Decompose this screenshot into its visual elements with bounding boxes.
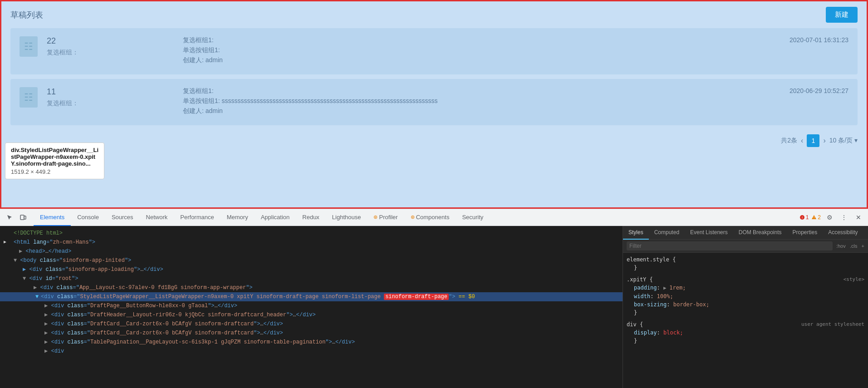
pagination-row: 共2条 ‹ 1 › 10 条/页 ▾	[1, 130, 867, 152]
more-options-icon[interactable]: ⋮	[838, 211, 850, 223]
tab-event-listeners[interactable]: Event Listeners	[685, 226, 733, 240]
draft-card[interactable]: ☷ 22 复选框组： 复选框组1: 单选按钮组1: 创建人: admin 202…	[10, 28, 858, 74]
devtools-content: <!DOCTYPE html> ▶ <html lang="zh-cmn-Han…	[0, 226, 868, 388]
tab-redux[interactable]: Redux	[296, 209, 326, 226]
style-close-brace: }	[627, 264, 864, 272]
tab-properties[interactable]: Properties	[787, 226, 823, 240]
html-line-drafthead: ▶ <div class="DraftHeader__Layout-rir06z…	[0, 310, 623, 319]
page-title: 草稿列表	[10, 10, 43, 20]
card-left: 11 复选框组：	[47, 87, 174, 108]
card-radio-group: 单选按钮组1: ssssssssssssssssssssssssssssssss…	[183, 97, 848, 105]
html-line-draftcard2: ▶ <div class="DraftCard__Card-zort6x-0 b…	[0, 329, 623, 338]
html-line-head: ▶ <head>…</head>	[0, 247, 623, 256]
html-panel: <!DOCTYPE html> ▶ <html lang="zh-cmn-Han…	[0, 226, 623, 388]
svg-text:!: !	[802, 216, 803, 220]
styles-content: element.style { } .xpitY { <style> paddi…	[623, 253, 868, 388]
card-icon: ☷	[20, 87, 38, 108]
devtools-bar-right: ! 1 ! 2 ⚙ ⋮ ✕	[799, 211, 864, 223]
styles-filter-row: :hov .cls +	[623, 240, 868, 253]
pagination-prev[interactable]: ‹	[801, 137, 803, 145]
tooltip-title: div.StyledListPageWrapper__ListPageWrapp…	[11, 147, 98, 167]
highlighted-class: sinoform-draft-page	[384, 294, 449, 300]
style-prop-boxsizing: box-sizing: border-box;	[627, 300, 864, 309]
expand-html-arrow[interactable]: ▶	[4, 238, 6, 246]
devtools-tabs: Elements Console Sources Network Perform…	[34, 209, 799, 226]
html-line-draftcard1: ▶ <div class="DraftCard__Card-zort6x-0 b…	[0, 319, 623, 329]
card-icon: ☷	[20, 36, 38, 57]
tab-security[interactable]: Security	[456, 209, 490, 226]
html-line-loading: ▶ <div class="sinoform-app-loading">…</d…	[0, 265, 623, 274]
tab-network[interactable]: Network	[140, 209, 174, 226]
tab-sources[interactable]: Sources	[105, 209, 140, 226]
profiler-dot: ⊛	[373, 214, 378, 220]
inspect-element-button[interactable]	[4, 211, 15, 223]
devtools-bar: Elements Console Sources Network Perform…	[0, 209, 868, 226]
styles-filter-options: :hov .cls +	[836, 243, 864, 249]
html-line-doctype: <!DOCTYPE html>	[0, 229, 623, 238]
card-checkbox-field: 复选框组：	[47, 99, 174, 108]
card-checkbox-group: 复选框组1:	[183, 87, 848, 95]
html-line-buttonrow: ▶ <div class="DraftPage__ButtonRow-hle8x…	[0, 301, 623, 310]
style-block-div: div { user agent stylesheet display: blo…	[627, 321, 864, 345]
tab-components[interactable]: ⊛ Components	[404, 209, 456, 226]
pagination-next[interactable]: ›	[823, 137, 825, 145]
close-devtools-icon[interactable]: ✕	[853, 211, 864, 223]
tooltip-dimensions: 1519.2 × 449.2	[11, 168, 98, 175]
card-middle: 复选框组1: 单选按钮组1: 创建人: admin	[174, 36, 848, 66]
style-block-element: element.style { }	[627, 256, 864, 272]
tab-lighthouse[interactable]: Lighthouse	[326, 209, 368, 226]
components-dot: ⊛	[411, 214, 415, 220]
html-line-pagination: ▶ <div class="TablePagination__PageLayou…	[0, 338, 623, 347]
style-source-div: user agent stylesheet	[801, 321, 864, 327]
card-number: 11	[47, 87, 174, 97]
style-prop-padding: padding: ▶ 1rem;	[627, 284, 864, 292]
styles-filter-input[interactable]	[627, 241, 833, 250]
pagination-per-page[interactable]: 10 条/页 ▾	[829, 137, 858, 145]
style-source-xpity: <style>	[843, 276, 864, 282]
html-line-more: ▶ <div	[0, 347, 623, 356]
tab-console[interactable]: Console	[71, 209, 105, 226]
pagination-page-1[interactable]: 1	[807, 134, 819, 147]
settings-icon[interactable]: ⚙	[824, 211, 835, 223]
style-block-xpity: .xpitY { <style> padding: ▶ 1rem; width:…	[627, 276, 864, 317]
card-checkbox-group: 复选框组1:	[183, 36, 848, 44]
devtools-bar-left	[4, 211, 29, 223]
style-prop-width: width: 100%;	[627, 292, 864, 300]
dollar-sign: == $0	[459, 294, 475, 300]
style-prop-display: display: block;	[627, 329, 864, 337]
style-close-brace-div: }	[627, 337, 864, 345]
card-date: 2020-07-01 16:31:23	[790, 36, 848, 44]
tab-memory[interactable]: Memory	[221, 209, 255, 226]
card-middle: 复选框组1: 单选按钮组1: sssssssssssssssssssssssss…	[174, 87, 848, 117]
svg-text:!: !	[814, 216, 814, 220]
new-button[interactable]: 新建	[826, 7, 858, 23]
page-header: 草稿列表 新建	[1, 1, 867, 28]
error-badge: ! 1	[799, 214, 809, 221]
svg-rect-0	[20, 215, 24, 220]
style-selector-xpity: .xpitY { <style>	[627, 276, 864, 283]
draft-card[interactable]: ☷ 11 复选框组： 复选框组1: 单选按钮组1: ssssssssssssss…	[10, 79, 858, 125]
tab-accessibility[interactable]: Accessibility	[823, 226, 863, 240]
card-creator: 创建人: admin	[183, 107, 848, 115]
card-creator: 创建人: admin	[183, 56, 848, 64]
expand-wrapper-arrow[interactable]: ▼	[35, 293, 39, 301]
style-close-brace-xpity: }	[627, 309, 864, 317]
styles-tabs: Styles Computed Event Listeners DOM Brea…	[623, 226, 868, 240]
device-toolbar-button[interactable]	[17, 211, 29, 223]
card-checkbox-field: 复选框组：	[47, 49, 174, 57]
tab-styles[interactable]: Styles	[623, 226, 649, 240]
tab-profiler[interactable]: ⊛ Profiler	[367, 209, 404, 226]
html-line-wrapper[interactable]: ▼ <div class="StyledListPageWrapper__Lis…	[0, 292, 623, 301]
expand-padding-icon[interactable]: ▶	[663, 285, 669, 291]
tab-computed[interactable]: Computed	[649, 226, 685, 240]
styles-panel: Styles Computed Event Listeners DOM Brea…	[623, 226, 868, 388]
tab-elements[interactable]: Elements	[34, 209, 71, 226]
tab-application[interactable]: Application	[255, 209, 296, 226]
html-line-applayout: ▶ <div class="App__Layout-sc-97alev-0 fd…	[0, 283, 623, 292]
style-selector: element.style {	[627, 256, 864, 263]
html-line-root: ▼ <div id="root">	[0, 274, 623, 283]
style-selector-div: div { user agent stylesheet	[627, 321, 864, 328]
pagination-total: 共2条	[781, 137, 797, 145]
tab-performance[interactable]: Performance	[174, 209, 220, 226]
tab-dom-breakpoints[interactable]: DOM Breakpoints	[733, 226, 787, 240]
